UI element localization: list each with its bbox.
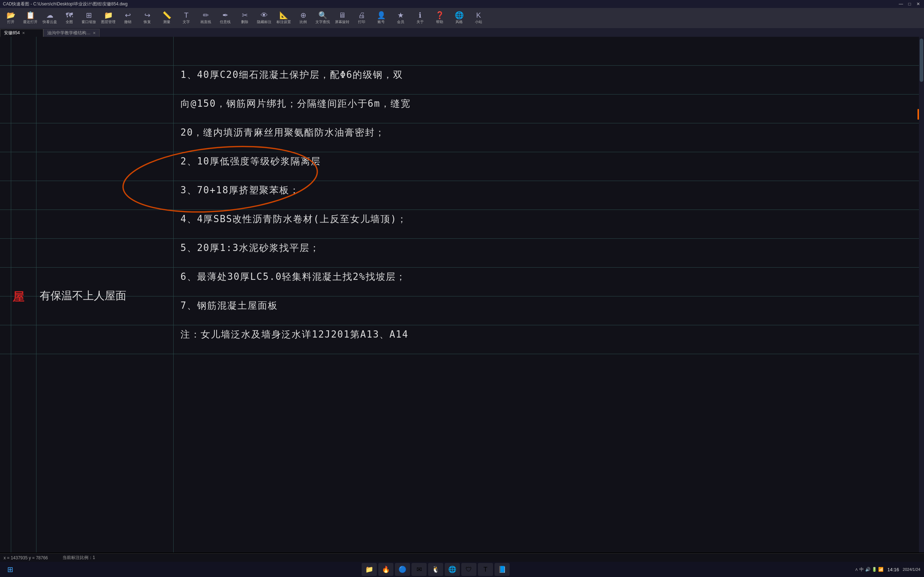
edge-marker xyxy=(918,109,919,120)
drawing-line-5: 3、70+18厚挤塑聚苯板； xyxy=(181,184,300,197)
toolbar-item-隐藏标注[interactable]: 👁 隐藏标注 xyxy=(255,9,274,27)
toolbar-label-7: 恢复 xyxy=(144,19,151,24)
toolbar-icon-9: T xyxy=(184,11,188,19)
toolbar-item-文字[interactable]: T 文字 xyxy=(177,9,195,27)
toolbar-label-19: 账号 xyxy=(378,19,385,24)
h-line-9 xyxy=(0,325,924,325)
toolbar-item-比例[interactable]: ⊕ 比例 xyxy=(294,9,313,27)
maximize-button[interactable]: □ xyxy=(907,1,913,7)
drawing-line-4: 2、10厚低强度等级砂浆隔离层 xyxy=(181,155,321,168)
toolbar-icon-3: 🗺 xyxy=(66,11,73,19)
scrollbar-vertical[interactable] xyxy=(919,37,924,553)
v-line-1 xyxy=(11,37,11,553)
tab-0[interactable]: 安徽854 ✕ xyxy=(0,29,43,37)
taskbar-app-app2[interactable]: 🔵 xyxy=(395,563,410,576)
canvas-area[interactable]: 1、40厚C20细石混凝土保护层，配Φ6的级钢，双 向@150，钢筋网片绑扎；分… xyxy=(0,37,924,553)
toolbar-item-打印[interactable]: 🖨 打印 xyxy=(352,9,371,27)
h-line-8 xyxy=(0,296,924,297)
h-line-0 xyxy=(0,65,924,66)
toolbar-icon-14: 📐 xyxy=(279,11,288,19)
toolbar-item-屏幕旋转[interactable]: 🖥 屏幕旋转 xyxy=(333,9,352,27)
toolbar-item-全图[interactable]: 🗺 全图 xyxy=(60,9,79,27)
taskbar-app-edge[interactable]: 🌐 xyxy=(445,563,460,576)
tab-label-1: 油沟中学教学楼结构… xyxy=(47,30,90,36)
toolbar-item-任意线[interactable]: ✒ 任意线 xyxy=(216,9,234,27)
toolbar-label-9: 文字 xyxy=(183,19,190,24)
toolbar-label-12: 删除 xyxy=(241,19,248,24)
toolbar-item-打开[interactable]: 📂 打开 xyxy=(2,9,20,27)
drawing-line-7: 5、20厚1:3水泥砂浆找平层； xyxy=(181,242,320,254)
toolbar-item-图层管理[interactable]: 📁 图层管理 xyxy=(99,9,118,27)
toolbar-icon-2: ☁ xyxy=(46,11,53,19)
toolbar-item-标注设置[interactable]: 📐 标注设置 xyxy=(274,9,293,27)
toolbar-item-帮助[interactable]: ❓ 帮助 xyxy=(430,9,449,27)
toolbar-item-窗口缩放[interactable]: ⊞ 窗口缩放 xyxy=(79,9,98,27)
start-button[interactable]: ⊞ xyxy=(3,563,16,576)
toolbar-item-账号[interactable]: 👤 账号 xyxy=(372,9,391,27)
toolbar-icon-1: 📋 xyxy=(26,11,35,19)
toolbar-label-8: 测量 xyxy=(163,19,170,24)
taskbar-left: ⊞ xyxy=(3,563,16,576)
toolbar-item-小站[interactable]: K 小站 xyxy=(469,9,488,27)
toolbar-label-21: 关于 xyxy=(417,19,424,24)
toolbar-icon-4: ⊞ xyxy=(86,11,92,19)
toolbar-item-会员[interactable]: ★ 会员 xyxy=(391,9,410,27)
taskbar-app-mail[interactable]: ✉ xyxy=(412,563,426,576)
titlebar-title: CAD快速看图 - C:\Users\ch\Desktop\毕业设计\图纸\安徽… xyxy=(3,1,128,7)
toolbar-item-测量[interactable]: 📏 测量 xyxy=(157,9,176,27)
toolbar-icon-11: ✒ xyxy=(222,11,228,19)
orange-circle-annotation xyxy=(119,143,321,215)
v-line-3 xyxy=(173,37,174,553)
close-button[interactable]: ✕ xyxy=(915,1,921,7)
tab-close-0[interactable]: ✕ xyxy=(22,31,25,35)
h-line-4 xyxy=(0,181,924,181)
toolbar-label-5: 图层管理 xyxy=(101,19,115,24)
toolbar-label-2: 快看云盘 xyxy=(43,19,57,24)
toolbar-item-撤销[interactable]: ↩ 撤销 xyxy=(118,9,137,27)
toolbar-item-删除[interactable]: ✂ 删除 xyxy=(235,9,254,27)
tray-icons: ∧ 中 🔊 🔋 📶 xyxy=(855,567,884,573)
toolbar-icon-18: 🖨 xyxy=(358,11,365,19)
taskbar-app-file-explorer[interactable]: 📁 xyxy=(362,563,377,576)
drawing-line-8: 6、最薄处30厚LC5.0轻集料混凝土找2%找坡层； xyxy=(181,271,406,283)
toolbar-icon-7: ↪ xyxy=(144,11,150,19)
taskbar-date: 2024/1/24 xyxy=(903,567,921,572)
scrollbar-thumb[interactable] xyxy=(920,39,923,82)
minimize-button[interactable]: — xyxy=(898,1,904,7)
toolbar-label-15: 比例 xyxy=(300,19,307,24)
toolbar-item-风格[interactable]: 🌐 风格 xyxy=(450,9,468,27)
tab-close-1[interactable]: ✕ xyxy=(93,31,96,35)
taskbar-app-qq[interactable]: 🐧 xyxy=(428,563,443,576)
tabbar: 安徽854 ✕油沟中学教学楼结构… ✕ xyxy=(0,28,924,37)
taskbar-app-app5[interactable]: 📘 xyxy=(494,563,510,576)
toolbar-icon-19: 👤 xyxy=(377,11,386,19)
toolbar-label-0: 打开 xyxy=(7,19,15,24)
toolbar-label-24: 小站 xyxy=(475,19,482,24)
svg-point-0 xyxy=(120,143,320,215)
taskbar-app-app4[interactable]: T xyxy=(478,563,493,576)
taskbar-time: 14:16 xyxy=(888,567,900,572)
toolbar-icon-12: ✂ xyxy=(242,11,248,19)
toolbar-icon-21: ℹ xyxy=(419,11,422,19)
toolbar-label-16: 文字查找 xyxy=(315,19,330,24)
toolbar-item-最近打开[interactable]: 📋 最近打开 xyxy=(21,9,40,27)
toolbar-item-快看云盘[interactable]: ☁ 快看云盘 xyxy=(40,9,59,27)
tab-1[interactable]: 油沟中学教学楼结构… ✕ xyxy=(43,29,100,37)
taskbar-app-app1[interactable]: 🔥 xyxy=(378,563,393,576)
toolbar-item-恢复[interactable]: ↪ 恢复 xyxy=(138,9,157,27)
drawing-line-6: 4、4厚SBS改性沥青防水卷材(上反至女儿墙顶)； xyxy=(181,213,407,226)
toolbar-label-18: 打印 xyxy=(358,19,365,24)
toolbar-item-关于[interactable]: ℹ 关于 xyxy=(411,9,430,27)
toolbar-label-6: 撤销 xyxy=(124,19,131,24)
taskbar-right: ∧ 中 🔊 🔋 📶 14:16 2024/1/24 xyxy=(855,567,921,573)
toolbar-item-文字查找[interactable]: 🔍 文字查找 xyxy=(313,9,332,27)
taskbar-app-app3[interactable]: 🛡 xyxy=(461,563,477,576)
scale-info: 当前标注比例：1 xyxy=(63,554,95,561)
taskbar: ⊞ 📁🔥🔵✉🐧🌐🛡T📘 ∧ 中 🔊 🔋 📶 14:16 2024/1/24 xyxy=(0,562,924,577)
toolbar-label-17: 屏幕旋转 xyxy=(335,19,349,24)
statusbar: x = 1437935 y = 78766 当前标注比例：1 xyxy=(0,553,924,562)
toolbar-item-画直线[interactable]: ✏ 画直线 xyxy=(196,9,215,27)
h-line-1 xyxy=(0,94,924,95)
toolbar-icon-5: 📁 xyxy=(104,11,113,19)
window-controls: — □ ✕ xyxy=(898,1,921,7)
